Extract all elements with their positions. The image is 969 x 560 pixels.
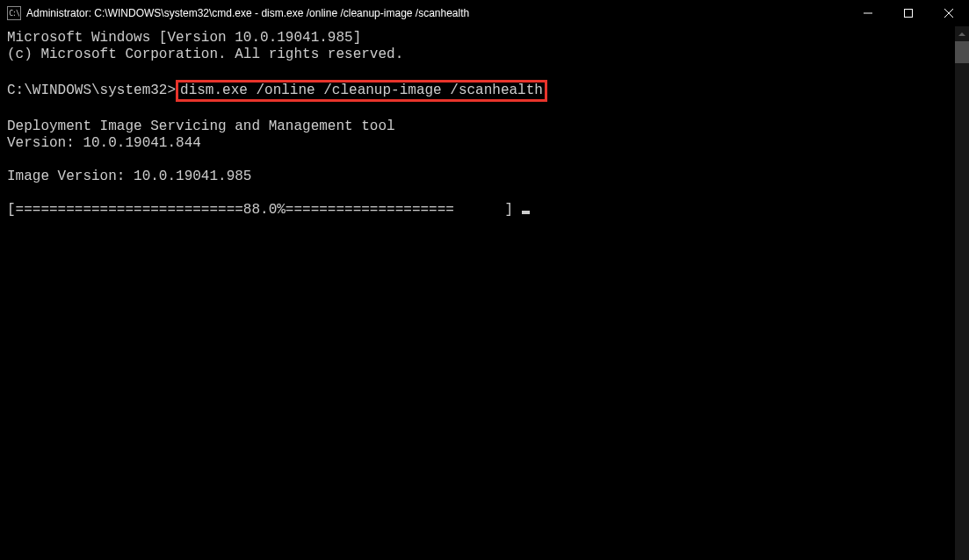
- chevron-up-icon: [958, 32, 965, 36]
- cursor: [522, 211, 530, 214]
- close-icon: [944, 9, 953, 18]
- svg-rect-1: [905, 10, 913, 18]
- window-controls: [848, 0, 969, 26]
- command-highlight: dism.exe /online /cleanup-image /scanhea…: [176, 80, 547, 102]
- scrollbar-up-button[interactable]: [955, 26, 969, 41]
- scrollbar[interactable]: [955, 26, 969, 560]
- dism-version-line: Version: 10.0.19041.844: [7, 135, 201, 151]
- copyright-line: (c) Microsoft Corporation. All rights re…: [7, 47, 403, 62]
- content-wrapper: Microsoft Windows [Version 10.0.19041.98…: [0, 26, 969, 560]
- cmd-icon: C:\: [7, 6, 21, 20]
- cmd-window: C:\ Administrator: C:\WINDOWS\system32\c…: [0, 0, 969, 560]
- titlebar[interactable]: C:\ Administrator: C:\WINDOWS\system32\c…: [0, 0, 969, 26]
- version-line: Microsoft Windows [Version 10.0.19041.98…: [7, 30, 361, 46]
- terminal-output[interactable]: Microsoft Windows [Version 10.0.19041.98…: [0, 26, 955, 560]
- command-text: dism.exe /online /cleanup-image /scanhea…: [180, 83, 543, 98]
- minimize-icon: [864, 9, 872, 18]
- svg-marker-4: [958, 32, 965, 36]
- image-version-line: Image Version: 10.0.19041.985: [7, 169, 251, 184]
- scrollbar-thumb[interactable]: [955, 41, 969, 63]
- dism-tool-line: Deployment Image Servicing and Managemen…: [7, 118, 395, 134]
- maximize-icon: [904, 9, 913, 18]
- maximize-button[interactable]: [888, 0, 929, 26]
- minimize-button[interactable]: [848, 0, 888, 26]
- window-title: Administrator: C:\WINDOWS\system32\cmd.e…: [26, 7, 848, 19]
- close-button[interactable]: [929, 0, 969, 26]
- progress-bar-text: [===========================88.0%=======…: [7, 202, 522, 218]
- prompt-prefix: C:\WINDOWS\system32>: [7, 83, 176, 98]
